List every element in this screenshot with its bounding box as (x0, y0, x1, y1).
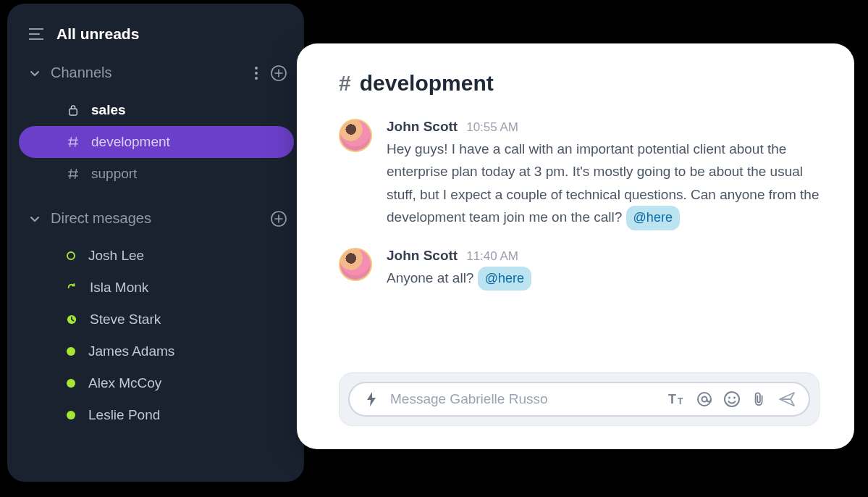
message-body: John Scott 11:40 AM Anyone at all? @here (387, 248, 819, 291)
svg-text:T: T (678, 396, 683, 406)
channel-list: sales development support (29, 94, 291, 190)
avatar[interactable] (339, 248, 372, 281)
status-online-icon (67, 347, 75, 356)
channel-item-sales[interactable]: sales (29, 94, 291, 126)
channel-title-row: # development (339, 71, 819, 96)
status-away-icon (67, 251, 75, 260)
channels-header[interactable]: Channels (29, 64, 291, 81)
dm-name: Isla Monk (90, 280, 148, 296)
shortcuts-icon[interactable] (363, 392, 380, 406)
svg-rect-4 (69, 109, 77, 115)
svg-text:T: T (668, 392, 676, 406)
svg-point-11 (728, 397, 730, 399)
status-refresh-icon (67, 283, 77, 293)
message-item: John Scott 10:55 AM Hey guys! I have a c… (339, 119, 819, 230)
message-text: Anyone at all? @here (387, 267, 819, 291)
sidebar: All unreads Channels sales develo (7, 4, 304, 482)
dm-name: Steve Stark (90, 312, 161, 327)
dm-item-james-adams[interactable]: James Adams (29, 335, 291, 367)
message-input[interactable] (390, 391, 658, 407)
message-text: Hey guys! I have a call with an importan… (387, 138, 819, 230)
add-channel-button[interactable] (271, 65, 287, 81)
svg-point-1 (255, 72, 258, 75)
avatar[interactable] (339, 119, 372, 152)
dm-name: Josh Lee (88, 248, 144, 264)
status-clock-icon (67, 314, 77, 325)
kebab-icon[interactable] (255, 67, 258, 80)
add-dm-button[interactable] (271, 211, 287, 227)
message-item: John Scott 11:40 AM Anyone at all? @here (339, 248, 819, 291)
dm-item-isla-monk[interactable]: Isla Monk (29, 272, 291, 304)
chat-panel: # development John Scott 10:55 AM Hey gu… (297, 43, 854, 449)
mention-icon[interactable] (696, 390, 713, 408)
all-unreads-title: All unreads (56, 25, 139, 43)
dm-name: Alex McCoy (88, 375, 161, 391)
dm-item-josh-lee[interactable]: Josh Lee (29, 240, 291, 272)
hash-icon (67, 168, 80, 180)
channel-title: development (360, 71, 494, 96)
svg-point-2 (255, 77, 258, 80)
message-user[interactable]: John Scott (387, 119, 458, 135)
message-time: 11:40 AM (466, 249, 518, 264)
mention-here[interactable]: @here (626, 206, 680, 230)
all-unreads-row[interactable]: All unreads (29, 25, 291, 43)
channel-label: development (91, 134, 170, 150)
channel-item-support[interactable]: support (29, 158, 291, 190)
dm-name: James Adams (88, 343, 174, 359)
svg-point-12 (733, 397, 736, 399)
dm-name: Leslie Pond (88, 407, 160, 423)
chevron-down-icon (29, 213, 41, 225)
svg-point-8 (698, 393, 711, 406)
svg-point-10 (725, 392, 739, 406)
status-online-icon (67, 379, 75, 388)
format-icon[interactable]: TT (668, 391, 686, 407)
svg-point-9 (702, 397, 707, 402)
dm-item-steve-stark[interactable]: Steve Stark (29, 304, 291, 335)
svg-point-0 (255, 67, 258, 70)
message-time: 10:55 AM (466, 120, 518, 135)
dm-header[interactable]: Direct mesages (29, 210, 291, 227)
hash-icon (67, 136, 80, 148)
chevron-down-icon (29, 67, 41, 79)
channels-section-title: Channels (51, 64, 245, 81)
send-icon[interactable] (778, 390, 796, 408)
message-composer[interactable]: TT (348, 382, 810, 417)
channel-label: support (91, 166, 137, 182)
dm-list: Josh Lee Isla Monk Steve Stark James Ada… (29, 240, 291, 431)
dm-item-alex-mccoy[interactable]: Alex McCoy (29, 367, 291, 399)
message-user[interactable]: John Scott (387, 248, 458, 264)
mention-here[interactable]: @here (478, 267, 531, 291)
dm-section-title: Direct mesages (51, 210, 261, 227)
emoji-icon[interactable] (723, 390, 741, 408)
menu-icon[interactable] (29, 28, 43, 40)
hash-icon: # (339, 71, 351, 96)
message-body: John Scott 10:55 AM Hey guys! I have a c… (387, 119, 819, 230)
channel-item-development[interactable]: development (19, 126, 294, 158)
channel-label: sales (91, 102, 126, 118)
status-online-icon (67, 411, 75, 419)
attach-icon[interactable] (751, 391, 768, 407)
composer-wrap: TT (339, 372, 819, 426)
dm-item-leslie-pond[interactable]: Leslie Pond (29, 399, 291, 431)
lock-icon (67, 104, 80, 116)
